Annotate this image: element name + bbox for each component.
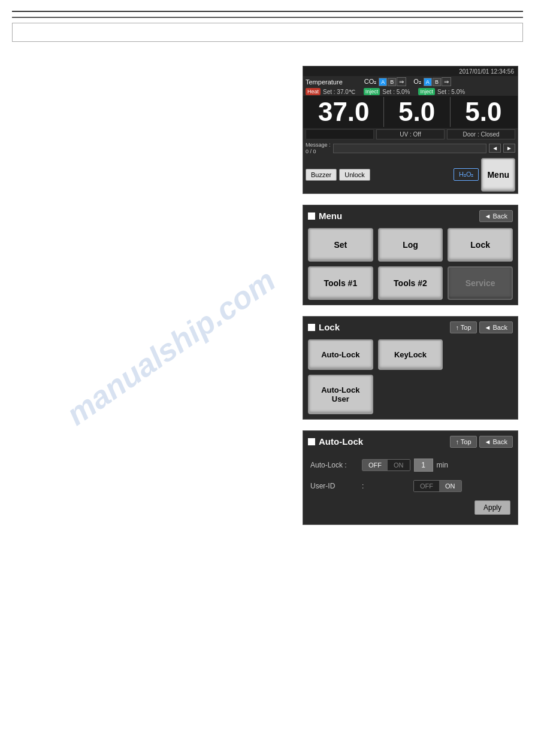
autolock-back-button[interactable]: Back <box>479 436 513 448</box>
autolock-panel: Auto-Lock Top Back Auto-Lock : OFF ON 1 … <box>303 430 518 525</box>
unlock-button[interactable]: Unlock <box>339 169 370 181</box>
o2-label: O₂ <box>413 78 421 86</box>
divider1 <box>383 97 384 127</box>
autolock-off-toggle[interactable]: OFF <box>362 460 388 470</box>
lock-nav-buttons: Top Back <box>450 321 513 333</box>
o2-channel-b-btn[interactable]: B <box>433 78 441 86</box>
menu-grid: Set Log Lock Tools #1 Tools #2 Service <box>308 228 513 300</box>
userid-off-toggle[interactable]: OFF <box>414 481 439 491</box>
co2-arrow-btn[interactable]: ⇒ <box>397 77 406 86</box>
lock-button[interactable]: Lock <box>448 228 513 262</box>
autolock-top-button[interactable]: Top <box>450 436 476 448</box>
menu-panel-header: Menu Back <box>308 210 513 222</box>
userid-colon: : <box>362 482 410 490</box>
co2-channel-buttons: A B ⇒ <box>379 77 406 86</box>
temp-big-number: 37.0 <box>306 97 382 127</box>
autolock-toggle-group: OFF ON <box>362 459 410 471</box>
autolock-nav-buttons: Top Back <box>450 436 513 448</box>
h2o2-button[interactable]: H₂O₂ <box>454 168 479 181</box>
set-button[interactable]: Set <box>308 228 373 262</box>
service-button[interactable]: Service <box>448 266 513 300</box>
keylock-button[interactable]: KeyLock <box>378 339 443 370</box>
userid-label: User-ID <box>310 482 358 490</box>
autolock-setting-label: Auto-Lock : <box>310 461 358 469</box>
log-button[interactable]: Log <box>378 228 443 262</box>
door-status-box: Door : Closed <box>447 129 515 139</box>
message-field <box>333 144 487 153</box>
autolock-setting-row: Auto-Lock : OFF ON 1 min <box>310 459 510 472</box>
big-numbers-row: 37.0 5.0 5.0 <box>303 96 518 128</box>
autolock-on-toggle[interactable]: ON <box>388 460 410 470</box>
co2-channel-b-btn[interactable]: B <box>388 78 396 86</box>
message-row: Message : 0 / 0 ◄ ► <box>303 141 518 156</box>
tools2-button[interactable]: Tools #2 <box>378 266 443 300</box>
co2-label: CO₂ <box>364 78 377 86</box>
autolock-button[interactable]: Auto-Lock <box>308 339 373 370</box>
userid-setting-row: User-ID : OFF ON <box>310 480 510 492</box>
main-display-panel: 2017/01/01 12:34:56 Temperature CO₂ A B … <box>303 66 518 194</box>
autolock-body: Auto-Lock : OFF ON 1 min User-ID : OFF O… <box>308 454 513 520</box>
co2-big-number: 5.0 <box>385 97 449 127</box>
menu-back-button[interactable]: Back <box>479 210 513 222</box>
display-row2: Heat Set : 37.0℃ Inject Set : 5.0% Injec… <box>303 87 518 96</box>
lock-panel: Lock Top Back Auto-Lock KeyLock Auto-Loc… <box>303 316 518 420</box>
datetime-display: 2017/01/01 12:34:56 <box>303 66 518 76</box>
message-next-btn[interactable]: ► <box>503 144 515 153</box>
heat-badge: Heat <box>306 88 321 95</box>
userid-on-toggle[interactable]: ON <box>439 481 461 491</box>
o2-channel-buttons: A B ⇒ <box>424 77 451 86</box>
divider2 <box>450 97 451 127</box>
set-o2-value: Set : 5.0% <box>437 89 465 95</box>
menu-nav-buttons: Back <box>479 210 513 222</box>
panels-container: 2017/01/01 12:34:56 Temperature CO₂ A B … <box>303 66 518 525</box>
o2-big-number: 5.0 <box>452 97 515 127</box>
autolock-panel-header: Auto-Lock Top Back <box>308 436 513 448</box>
page-subtitle-line <box>12 17 523 18</box>
lock-grid: Auto-Lock KeyLock Auto-Lock User <box>308 339 513 414</box>
o2-channel-a-btn[interactable]: A <box>424 78 432 86</box>
autolock-min-value: 1 <box>414 459 433 472</box>
watermark: manualship.com <box>60 262 282 432</box>
menu-title: Menu <box>308 211 342 221</box>
lock-title: Lock <box>308 322 340 332</box>
lock-title-icon <box>308 324 315 331</box>
page-top-line <box>12 11 523 12</box>
inject-co2-badge: Inject <box>364 88 380 95</box>
empty-status-box <box>306 129 374 139</box>
set-temp-value: Set : 37.0℃ <box>323 89 355 95</box>
co2-channel-a-btn[interactable]: A <box>379 78 387 86</box>
temperature-label: Temperature <box>306 78 343 86</box>
menu-title-icon <box>308 212 315 220</box>
menu-panel: Menu Back Set Log Lock Tools #1 Tools #2… <box>303 205 518 305</box>
o2-arrow-btn[interactable]: ⇒ <box>442 77 451 86</box>
autolock-min-label: min <box>437 461 448 469</box>
display-row1: Temperature CO₂ A B ⇒ O₂ A B ⇒ <box>303 76 518 87</box>
buzzer-button[interactable]: Buzzer <box>306 169 337 181</box>
autolock-title: Auto-Lock <box>308 436 363 447</box>
lock-back-button[interactable]: Back <box>479 321 513 333</box>
status-row: UV : Off Door : Closed <box>303 128 518 141</box>
tools1-button[interactable]: Tools #1 <box>308 266 373 300</box>
lock-top-button[interactable]: Top <box>450 321 476 333</box>
uv-status-box: UV : Off <box>376 129 445 139</box>
autolock-title-icon <box>308 438 315 445</box>
lock-panel-header: Lock Top Back <box>308 321 513 333</box>
menu-button[interactable]: Menu <box>481 158 515 192</box>
message-prev-btn[interactable]: ◄ <box>489 144 501 153</box>
userid-toggle-group: OFF ON <box>413 480 462 492</box>
message-label: Message : 0 / 0 <box>306 142 331 155</box>
autolock-user-button[interactable]: Auto-Lock User <box>308 375 373 414</box>
apply-button[interactable]: Apply <box>474 500 510 515</box>
header-box <box>12 23 523 42</box>
control-buttons-row: Buzzer Unlock H₂O₂ Menu <box>303 156 518 193</box>
set-co2-value: Set : 5.0% <box>382 89 410 95</box>
inject-o2-badge: Inject <box>418 88 435 95</box>
